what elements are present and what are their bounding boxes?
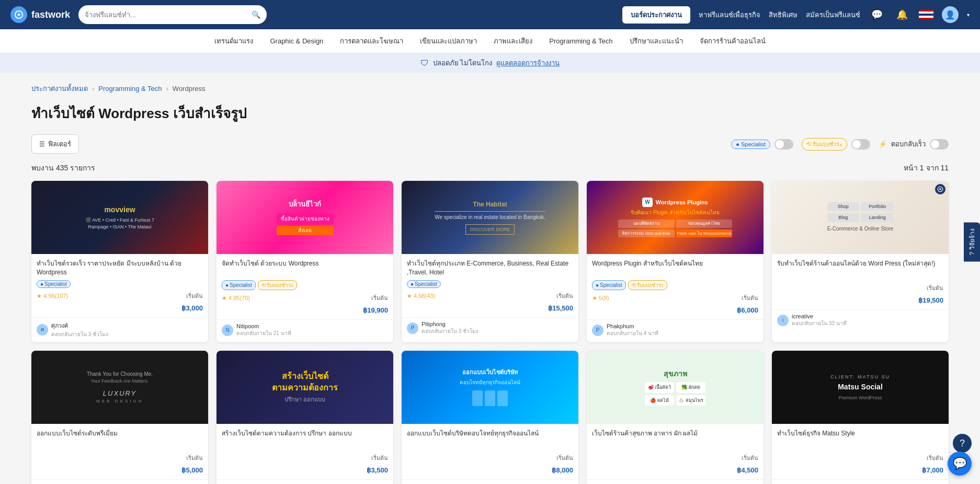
card-footer-2: N Nitipoom ตอบกลับภายใน 21 นาที — [216, 319, 393, 341]
card-footer-8: s seller8 ตอบกลับภายใน 6 ชั่วโมง — [402, 479, 578, 484]
breadcrumb-sep-1: › — [92, 85, 94, 93]
nav-item-trending[interactable]: เทรนด์มาแรง — [214, 33, 253, 49]
price-value-2: ฿19,900 — [363, 306, 388, 314]
breadcrumb-category[interactable]: Programming & Tech — [98, 85, 162, 93]
service-card-2[interactable]: บล็านธีไวก์ ซื้อสินค้าผ่ายช่องทาง สั่งเล… — [216, 181, 393, 342]
quick-toggle[interactable] — [930, 139, 949, 149]
notification-bell-icon[interactable]: 🔔 — [894, 6, 910, 23]
seller-avatar-2: N — [222, 325, 233, 336]
service-card-10[interactable]: CLIENT: MATSU SU Matsu Social Premium Wo… — [772, 351, 949, 484]
filter-icon: ☰ — [39, 141, 45, 148]
seller-name-1: ศุภวงค์ — [51, 321, 108, 330]
card-image-10: CLIENT: MATSU SU Matsu Social Premium Wo… — [772, 351, 949, 424]
card-rating-10: เริ่มต้น — [777, 453, 943, 463]
seller-avatar-3: P — [407, 322, 418, 334]
logo-icon — [10, 6, 27, 23]
service-card-5[interactable]: Shop Portfolio Blog Landing E-Commerce &… — [772, 181, 949, 342]
card-price-label-4: เริ่มต้น — [742, 293, 758, 303]
card-rating-6: เริ่มต้น — [37, 453, 203, 463]
price-value-5: ฿19,500 — [918, 296, 943, 304]
feedback-label[interactable]: ? วิจัยจ้าง — [964, 222, 980, 261]
card-footer-10: s seller10 ตอบกลับภายใน 8 นาที — [772, 479, 949, 484]
nav-item-ecommerce[interactable]: จัดการร้านค้าออนไลน์ — [700, 33, 766, 49]
seller-name-4: Phakphum — [607, 323, 658, 329]
card-rating-9: เริ่มต้น — [592, 453, 758, 463]
card-overlay-text-9: สุขภาพ 🥩 เนื้อสัตว์ 🥦 ผักสด 🍎 ผลไม้ 🧄 สม… — [641, 365, 709, 410]
card-price-label-1: เริ่มต้น — [186, 291, 203, 301]
card-title-9: เว็บไซต์ร้านค้าสุขภาพ อาหาร ผัก ผลไม้ — [592, 429, 758, 447]
price-display-6: ฿5,000 — [37, 466, 203, 474]
help-bubble[interactable]: ? — [953, 434, 972, 453]
service-card-1[interactable]: movview 🎬 AVE • Cred • Fast & Furious 7 … — [31, 181, 208, 342]
user-menu-chevron-icon[interactable]: ▾ — [967, 12, 970, 18]
service-card-6[interactable]: Thank You for Choosing Me. Your Feedback… — [31, 351, 208, 484]
share-toggle[interactable] — [851, 139, 870, 149]
post-job-button[interactable]: บอร์ดประกาศงาน — [622, 6, 690, 24]
privileges-link[interactable]: สิทธิพิเศษ — [769, 9, 797, 20]
share-icon: ⟲ — [806, 141, 811, 147]
thai-flag-icon[interactable] — [919, 9, 933, 20]
specialist-badge-4: ●Specialist — [592, 280, 626, 290]
card-badges-3: ●Specialist — [407, 280, 573, 288]
card-body-4: Wordpress Plugin สำหรับเว็บไซต์คนไทย ●Sp… — [587, 254, 764, 319]
search-input[interactable] — [85, 11, 247, 19]
price-value-6: ฿5,000 — [181, 466, 203, 474]
quick-toggle-label: ตอบกลับเร็ว — [891, 139, 926, 149]
service-card-8[interactable]: ออกแบบเว็บไซต์บริษัท ตอบโจทย์ทุกธุรกิจออ… — [402, 351, 578, 484]
messenger-chat-bubble[interactable]: 💬 — [948, 452, 972, 476]
search-bar[interactable]: 🔍 — [78, 5, 267, 24]
rating-stars-4: ★ 5(9) — [592, 295, 609, 302]
card-title-4: Wordpress Plugin สำหรับเว็บไซต์คนไทย — [592, 259, 758, 277]
filter-button[interactable]: ☰ ฟิลเตอร์ — [31, 134, 79, 154]
card-image-5: Shop Portfolio Blog Landing E-Commerce &… — [772, 181, 949, 254]
breadcrumb: ประกาศงานทั้งหมด › Programming & Tech › … — [0, 73, 980, 98]
safety-text: ปลอดภัย ไม่โดนโกง — [433, 57, 493, 68]
nav-item-marketing[interactable]: การตลาดและโฆษณา — [340, 33, 403, 49]
seller-response-5: ตอบกลับภายใน 33 นาที — [792, 319, 847, 327]
share-badge-4: ⟲รับแบ่งชำระ — [628, 280, 667, 290]
service-card-9[interactable]: สุขภาพ 🥩 เนื้อสัตว์ 🥦 ผักสด 🍎 ผลไม้ 🧄 สม… — [587, 351, 764, 484]
price-display-4: ฿6,000 — [592, 306, 758, 314]
share-badge: ⟲ รับแบ่งชำระ — [802, 138, 847, 151]
card-rating-7: เริ่มต้น — [222, 453, 388, 463]
card-image-9: สุขภาพ 🥩 เนื้อสัตว์ 🥦 ผักสด 🍎 ผลไม้ 🧄 สม… — [587, 351, 764, 424]
nav-item-graphic-design[interactable]: Graphic & Design — [270, 35, 323, 47]
specialist-badge-1: ●Specialist — [37, 280, 71, 288]
nav-item-media[interactable]: ภาพและเสียง — [494, 33, 532, 49]
signup-link[interactable]: สมัครเป็นฟรีแลนซ์ — [806, 9, 860, 20]
specialist-toggle[interactable] — [774, 139, 793, 149]
card-image-3: The Habitat We specialize in real estate… — [402, 181, 578, 254]
card-price-label-2: เริ่มต้น — [371, 293, 388, 303]
rating-stars-3: ★ 4.68(43) — [407, 293, 435, 299]
price-display-2: ฿19,900 — [222, 306, 388, 314]
nav-item-consulting[interactable]: ปรึกษาและแนะนำ — [630, 33, 683, 49]
safety-banner: 🛡 ปลอดภัย ไม่โดนโกง ดูแลตลอดการจ้างงาน — [0, 53, 980, 73]
card-body-8: ออกแบบเว็บไซต์บริษัทตอบโจทย์ทุกธุรกิจออน… — [402, 424, 578, 479]
card-footer-5: i icreative ตอบกลับภายใน 33 นาที — [772, 309, 949, 331]
card-rating-5: เริ่มต้น — [777, 283, 943, 293]
user-avatar[interactable]: 👤 — [942, 6, 959, 23]
service-card-7[interactable]: สร้างเว็บไซต์ ตามความต้องการ ปรึกษา ออกแ… — [216, 351, 393, 484]
find-freelance-link[interactable]: หาฟรีแลนซ์เพื่อธุรกิจ — [699, 9, 760, 20]
results-page: หน้า 1 จาก 11 — [904, 162, 949, 174]
chat-icon[interactable]: 💬 — [869, 6, 885, 23]
nav-item-programming[interactable]: Programming & Tech — [549, 35, 612, 47]
feedback-question-icon: ? — [968, 252, 976, 256]
service-card-4[interactable]: W Wordpress Plugins รับพัฒนา Plugin สำหร… — [587, 181, 764, 342]
feedback-tab[interactable]: ? วิจัยจ้าง — [964, 222, 980, 261]
card-title-2: จัดทำเว็บไซต์ ด้วยระบบ Wordpress — [222, 259, 388, 277]
card-image-1: movview 🎬 AVE • Cred • Fast & Furious 7 … — [31, 181, 208, 254]
nav-item-writing[interactable]: เขียนและแปลภาษา — [420, 33, 477, 49]
safety-link[interactable]: ดูแลตลอดการจ้างงาน — [496, 57, 560, 68]
card-image-7: สร้างเว็บไซต์ ตามความต้องการ ปรึกษา ออกแ… — [216, 351, 393, 424]
card-rating-4: ★ 5(9) เริ่มต้น — [592, 293, 758, 303]
header: fastwork 🔍 บอร์ดประกาศงาน หาฟรีแลนซ์เพื่… — [0, 0, 980, 29]
cards-grid-row2: Thank You for Choosing Me. Your Feedback… — [31, 351, 949, 484]
logo[interactable]: fastwork — [10, 6, 70, 23]
card-title-1: ทำเว็บไซต์รวดเร็ว ราคาประหยัด มีระบบหลัง… — [37, 259, 203, 277]
breadcrumb-all-jobs[interactable]: ประกาศงานทั้งหมด — [31, 83, 88, 94]
seller-avatar-1: ศ — [37, 324, 48, 336]
service-card-3[interactable]: The Habitat We specialize in real estate… — [402, 181, 578, 342]
rating-stars-2: ★ 4.95(70) — [222, 295, 250, 302]
card-badges-4: ●Specialist ⟲รับแบ่งชำระ — [592, 280, 758, 290]
